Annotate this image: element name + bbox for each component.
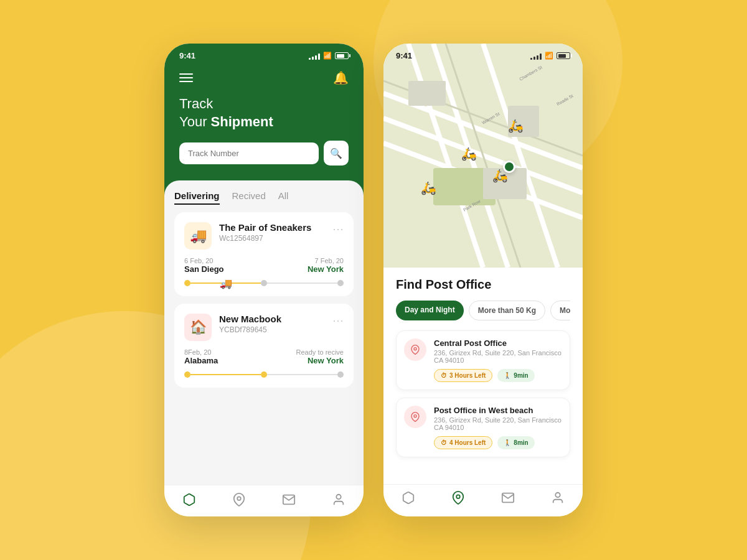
battery-icon xyxy=(335,52,349,59)
bottom-nav-1 xyxy=(164,485,364,516)
filter-row: Day and Night More than 50 Kg More than xyxy=(396,301,570,320)
tab-all[interactable]: All xyxy=(278,190,289,205)
phone1-nav: 🔔 xyxy=(179,65,349,95)
pkg-icon-2: 🏠 xyxy=(184,314,212,341)
nav-location-2[interactable] xyxy=(451,491,465,508)
svg-point-0 xyxy=(237,497,241,500)
po-addr-1: 236, Girizex Rd, Suite 220, San Francisc… xyxy=(434,349,562,364)
svg-point-19 xyxy=(414,348,416,350)
phone1-scroll: Delivering Recived All 🚚 The Pair of Sne… xyxy=(164,180,364,485)
search-icon: 🔍 xyxy=(330,147,342,159)
pkg-from-city-1: San Diego xyxy=(184,264,224,274)
status-bar-2: 9:41 📶 xyxy=(383,44,583,65)
post-office-card-2: Post Office in West beach 236, Girizex R… xyxy=(396,398,570,457)
find-title: Find Post Office xyxy=(396,278,570,292)
map-truck-1: 🛵 xyxy=(461,146,477,161)
phone-map: 9:41 📶 xyxy=(383,44,583,516)
nav-profile-1[interactable] xyxy=(332,493,345,506)
svg-point-21 xyxy=(456,495,460,498)
pkg-to-date-1: 7 Feb, 20 xyxy=(308,257,344,264)
po-icon-1 xyxy=(404,338,426,361)
notification-button[interactable]: 🔔 xyxy=(333,70,349,85)
svg-rect-12 xyxy=(408,81,446,106)
nav-mail-2[interactable] xyxy=(501,491,515,508)
truck-icon-1: 🚚 xyxy=(220,278,232,289)
map-area: 9:41 📶 xyxy=(383,44,583,268)
po-walk-2: 🚶 8min xyxy=(497,436,534,449)
page-title: Track Your Shipment xyxy=(179,95,349,131)
battery-fill xyxy=(337,54,345,58)
pkg-from-city-2: Alabama xyxy=(184,356,218,365)
map-truck-4: 🛵 xyxy=(421,180,436,195)
phones-container: 9:41 📶 xyxy=(164,44,583,516)
pkg-from-date-2: 8Feb, 20 xyxy=(184,348,218,356)
bottom-nav-2 xyxy=(383,484,583,516)
nav-profile-2[interactable] xyxy=(551,491,565,508)
tab-received[interactable]: Recived xyxy=(232,190,266,205)
battery-icon-2 xyxy=(557,52,570,59)
tab-delivering[interactable]: Delivering xyxy=(174,190,220,205)
package-card-2: 🏠 New Macbook YCBDf789645 ⋯ 8Feb, 20 Ala… xyxy=(174,304,354,388)
nav-location-1[interactable] xyxy=(232,493,246,506)
pkg-id-2: YCBDf789645 xyxy=(219,325,332,334)
nav-mail-1[interactable] xyxy=(282,493,296,506)
tab-bar: Delivering Recived All xyxy=(174,180,354,212)
phone-tracking: 9:41 📶 xyxy=(164,44,364,516)
menu-button[interactable] xyxy=(179,73,193,82)
po-name-1: Central Post Office xyxy=(434,338,562,348)
pkg-progress-2 xyxy=(184,371,344,378)
pkg-name-1: The Pair of Sneakers xyxy=(219,222,332,233)
pkg-to-label-2: Ready to recive xyxy=(296,348,344,356)
pkg-to-city-1: New York xyxy=(308,264,344,274)
po-name-2: Post Office in West beach xyxy=(434,406,562,415)
pkg-name-2: New Macbook xyxy=(219,314,332,324)
signal-icon xyxy=(309,52,320,60)
nav-packages-2[interactable] xyxy=(402,491,415,508)
pkg-options-1[interactable]: ⋯ xyxy=(332,222,344,236)
svg-point-1 xyxy=(336,495,341,499)
pkg-icon-1: 🚚 xyxy=(184,222,212,250)
po-time-1: ⏱ 3 Hours Left xyxy=(434,369,492,382)
package-card-1: 🚚 The Pair of Sneakers Wc12564897 ⋯ 6 Fe… xyxy=(174,212,354,296)
nav-packages-1[interactable] xyxy=(182,493,196,506)
phone2-body: Find Post Office Day and Night More than… xyxy=(383,268,583,484)
time-1: 9:41 xyxy=(179,51,195,60)
phone1-header: 9:41 📶 xyxy=(164,44,364,180)
clock-icon-2: ⏱ xyxy=(441,439,447,446)
map-truck-3: 🛵 xyxy=(508,118,524,133)
pkg-to-city-2: New York xyxy=(296,356,344,365)
po-walk-1: 🚶 9min xyxy=(497,369,534,382)
filter-weight[interactable]: More than 50 Kg xyxy=(469,301,545,320)
map-svg: Reade St Chambers St Warren St Park Row xyxy=(383,44,583,268)
pkg-progress-1: 🚚 xyxy=(184,280,344,286)
wifi-icon: 📶 xyxy=(323,52,332,60)
time-2: 9:41 xyxy=(396,51,412,60)
filter-more[interactable]: More than xyxy=(550,301,570,320)
svg-point-22 xyxy=(555,493,560,497)
pkg-options-2[interactable]: ⋯ xyxy=(332,314,344,327)
pkg-id-1: Wc12564897 xyxy=(219,234,332,243)
search-button[interactable]: 🔍 xyxy=(324,141,349,166)
svg-point-20 xyxy=(414,415,416,418)
walk-icon-2: 🚶 xyxy=(504,439,511,446)
signal-icon-2 xyxy=(530,52,542,60)
clock-icon-1: ⏱ xyxy=(441,372,447,379)
status-icons-1: 📶 xyxy=(309,52,349,60)
search-input[interactable] xyxy=(179,142,319,164)
wifi-icon-2: 📶 xyxy=(545,52,553,60)
po-icon-2 xyxy=(404,406,426,428)
status-bar-1: 9:41 📶 xyxy=(179,44,349,65)
current-location-dot xyxy=(503,161,515,173)
po-addr-2: 236, Girizex Rd, Suite 220, San Francisc… xyxy=(434,416,562,431)
search-bar: 🔍 xyxy=(179,141,349,166)
filter-day-night[interactable]: Day and Night xyxy=(396,301,464,320)
phone1-body: Delivering Recived All 🚚 The Pair of Sne… xyxy=(164,180,364,485)
po-time-2: ⏱ 4 Hours Left xyxy=(434,436,492,449)
pkg-from-date-1: 6 Feb, 20 xyxy=(184,257,224,264)
post-office-card-1: Central Post Office 236, Girizex Rd, Sui… xyxy=(396,330,570,390)
walk-icon-1: 🚶 xyxy=(504,372,511,379)
status-icons-2: 📶 xyxy=(530,52,570,60)
